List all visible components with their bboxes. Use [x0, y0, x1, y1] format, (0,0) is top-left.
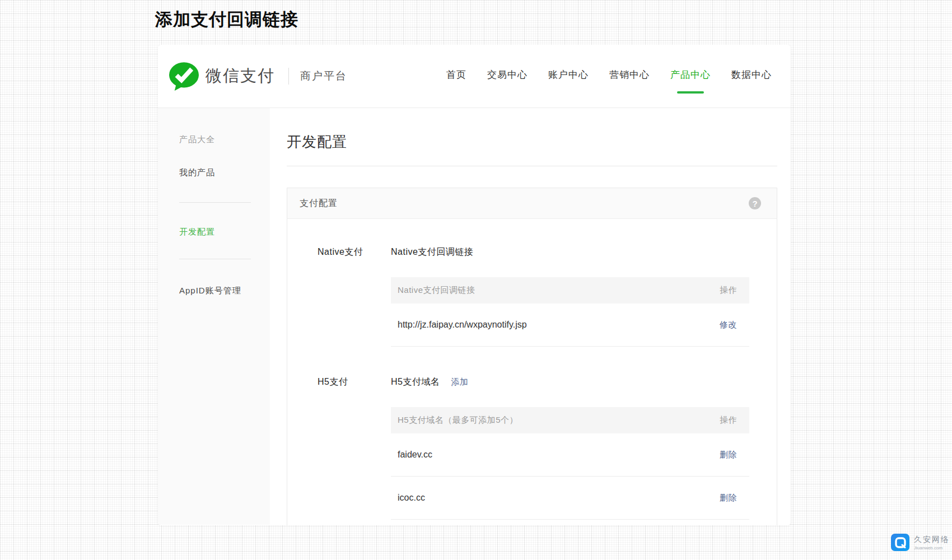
jiuanweb-logo-icon — [891, 534, 909, 551]
table-row: icoc.cc 删除 — [391, 477, 749, 520]
native-table-header: Native支付回调链接 操作 — [391, 277, 749, 304]
native-table-header-action: 操作 — [720, 285, 737, 296]
wechat-pay-logo[interactable]: 微信支付 — [168, 62, 275, 91]
h5-domain-value: icoc.cc — [398, 493, 425, 503]
main-page-title: 开发配置 — [287, 132, 777, 152]
main-content: 开发配置 支付配置 ? Native支付 Native支付回调链接 Native — [270, 108, 791, 525]
top-navigation: 首页 交易中心 账户中心 营销中心 产品中心 数据中心 — [446, 64, 772, 89]
add-domain-link[interactable]: 添加 — [451, 376, 468, 388]
sidebar: 产品大全 我的产品 开发配置 AppID账号管理 — [158, 108, 270, 525]
title-divider — [287, 166, 777, 166]
top-header: 微信支付 商户平台 首页 交易中心 账户中心 营销中心 产品中心 数据中心 — [158, 45, 791, 108]
sidebar-item-dev-config[interactable]: 开发配置 — [158, 227, 270, 236]
page-title: 添加支付回调链接 — [155, 8, 298, 31]
h5-domain-value: faidev.cc — [398, 450, 432, 460]
nav-item-transaction-center[interactable]: 交易中心 — [487, 64, 528, 89]
nav-item-data-center[interactable]: 数据中心 — [731, 64, 772, 89]
wechat-pay-bubble-check-icon — [168, 62, 200, 91]
content-area: 产品大全 我的产品 开发配置 AppID账号管理 开发配置 支付配置 ? Nat… — [158, 108, 791, 525]
h5-pay-section: H5支付 H5支付域名 添加 H5支付域名（最多可添加5个） 操作 faidev… — [287, 376, 777, 520]
nav-item-home[interactable]: 首页 — [446, 64, 466, 89]
h5-pay-label: H5支付 — [318, 376, 391, 520]
sidebar-item-product-catalog[interactable]: 产品大全 — [158, 135, 270, 144]
jiuanweb-watermark: 久安网络 Jiuanweb.com — [891, 534, 950, 551]
sidebar-item-appid-management[interactable]: AppID账号管理 — [158, 286, 270, 295]
sidebar-divider — [179, 259, 251, 259]
h5-table-header-name: H5支付域名（最多可添加5个） — [398, 415, 518, 426]
native-pay-label: Native支付 — [318, 246, 391, 347]
sidebar-divider — [179, 202, 251, 203]
table-row: http://jz.faipay.cn/wxpaynotify.jsp 修改 — [391, 304, 749, 347]
h5-table-header-action: 操作 — [720, 415, 737, 426]
delete-link[interactable]: 删除 — [720, 450, 737, 460]
brand-name: 微信支付 — [206, 65, 275, 87]
table-row: faidev.cc 删除 — [391, 433, 749, 477]
portal-label: 商户平台 — [300, 69, 347, 83]
modify-link[interactable]: 修改 — [720, 320, 737, 330]
nav-item-marketing-center[interactable]: 营销中心 — [609, 64, 650, 89]
sidebar-item-my-products[interactable]: 我的产品 — [158, 168, 270, 177]
h5-table-header: H5支付域名（最多可添加5个） 操作 — [391, 407, 749, 433]
delete-link[interactable]: 删除 — [720, 493, 737, 503]
help-question-icon[interactable]: ? — [749, 197, 761, 209]
nav-item-account-center[interactable]: 账户中心 — [548, 64, 589, 89]
watermark-domain: Jiuanweb.com — [914, 545, 950, 550]
native-callback-url: http://jz.faipay.cn/wxpaynotify.jsp — [398, 320, 527, 330]
header-divider — [288, 68, 289, 85]
native-callback-title: Native支付回调链接 — [391, 246, 473, 258]
payment-config-panel: 支付配置 ? Native支付 Native支付回调链接 Native支付回调链… — [287, 188, 777, 525]
native-pay-section: Native支付 Native支付回调链接 Native支付回调链接 操作 ht… — [287, 246, 777, 347]
h5-domain-title: H5支付域名 — [391, 376, 440, 388]
watermark-name: 久安网络 — [914, 535, 950, 545]
panel-title: 支付配置 — [300, 198, 338, 209]
panel-header: 支付配置 ? — [287, 188, 777, 219]
merchant-platform-window: 微信支付 商户平台 首页 交易中心 账户中心 营销中心 产品中心 数据中心 产品… — [158, 45, 791, 525]
nav-item-product-center[interactable]: 产品中心 — [670, 64, 711, 89]
native-table-header-name: Native支付回调链接 — [398, 285, 475, 296]
